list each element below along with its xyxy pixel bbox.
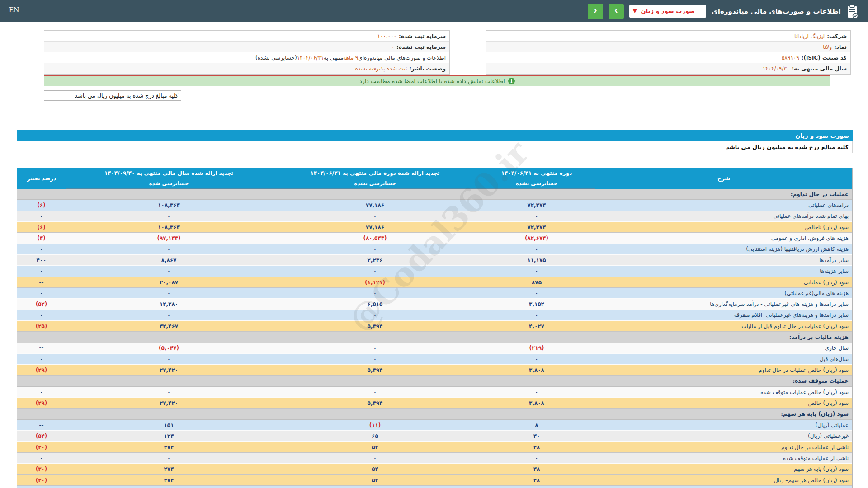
value-cell: ۷۷,۱۸۶: [272, 222, 478, 233]
section-divider: [0, 118, 868, 118]
value-cell: ۳,۸۰۸: [478, 365, 595, 375]
value-cell: ۰: [66, 244, 272, 255]
company-info-row: وضعیت ناشر:ثبت شده پذیرفته نشده: [44, 63, 449, 74]
value-cell: ۱۲,۳۸۰: [66, 299, 272, 310]
row-label: سود (زیان) خالص عملیات متوقف شده: [595, 387, 852, 398]
value-cell: ۳۰: [478, 431, 595, 441]
value-cell: ۰: [478, 310, 595, 321]
percent-change-cell: (۳۰): [17, 475, 66, 486]
value-cell: ۳۲,۴۶۷: [66, 321, 272, 332]
value-cell: (۲۱۹): [478, 343, 595, 354]
row-label: سود (زیان) عملیاتی: [595, 277, 852, 288]
column-header-restated-year: تجدید ارائه شده سال مالی منتهی به ۱۴۰۳/۰…: [66, 168, 272, 178]
value-cell: ۳۸: [478, 475, 595, 486]
value-cell: ۲,۲۳۶: [272, 255, 478, 266]
value-cell: ۰: [272, 343, 478, 354]
row-label: سال‌های قبل: [595, 354, 852, 365]
report-type-selected-value: صورت سود و زیان: [641, 8, 695, 14]
value-cell: ۱۲۳: [66, 431, 272, 441]
percent-change-cell: ۴۰۰: [17, 255, 66, 266]
value-cell: ۰: [478, 244, 595, 255]
row-label: سایر درآمدها و هزینه های غیرعملیاتی - در…: [595, 299, 852, 310]
row-label: ناشی از عملیات متوقف شده: [595, 453, 852, 464]
row-label: سود (زیان) خالص عملیات در حال تداوم: [595, 365, 852, 375]
table-row: درآمدهاي عملياتي۷۲,۳۷۴۷۷,۱۸۶۱۰۸,۳۶۳(۶): [17, 200, 852, 211]
row-label: سال جاری: [595, 343, 852, 354]
row-label: هزینه های مالی(غیرعملیاتی): [595, 288, 852, 299]
row-label: سود (زیان) خالص هر سهم– ریال: [595, 475, 852, 486]
value-cell: ۷۲,۳۷۴: [478, 200, 595, 211]
value-cell: ۵,۳۹۴: [272, 321, 478, 332]
row-label: هزینه مالیات بر درآمد:: [595, 332, 852, 343]
row-label: سایر درآمدها و هزینه‌های غیرعملیاتی- اقل…: [595, 310, 852, 321]
table-section-row: عملیات متوقف شده:: [17, 376, 852, 387]
percent-change-cell: ۰: [17, 266, 66, 277]
table-row: هزینه های فروش، اداری و عمومی(۸۲,۶۷۴)(۸۰…: [17, 233, 852, 244]
info-label: نماد:: [834, 44, 847, 50]
previous-report-button[interactable]: ‹: [588, 4, 603, 19]
company-info-row: سال مالی منتهی به:۱۴۰۴/۰۹/۳۰: [486, 63, 850, 74]
value-cell: ۳,۸۰۸: [478, 398, 595, 408]
percent-change-cell: (۵۲): [17, 299, 66, 310]
value-cell: ۰: [272, 211, 478, 222]
info-label: سرمایه ثبت شده:: [399, 33, 446, 39]
value-cell: ۰: [272, 288, 478, 299]
clipboard-report-icon: [846, 4, 858, 19]
value-cell: [478, 409, 595, 420]
chevron-down-icon: ▼: [633, 8, 637, 14]
value-cell: ۰: [272, 453, 478, 464]
table-row: سود (زیان) خالص عملیات متوقف شده۰۰۰۰: [17, 387, 852, 398]
company-info-row: سرمایه ثبت نشده:۰: [44, 42, 449, 52]
column-header-percent-change: درصد تغییر: [17, 168, 66, 189]
value-cell: [478, 332, 595, 343]
row-label: هزینه های فروش، اداری و عمومی: [595, 233, 852, 244]
value-cell: ۰: [66, 266, 272, 277]
report-type-select[interactable]: صورت سود و زیان ▼: [629, 5, 706, 18]
language-toggle-en[interactable]: EN: [9, 6, 19, 14]
value-cell: ۲۷,۴۲۰: [66, 365, 272, 375]
next-report-button[interactable]: ›: [609, 4, 624, 19]
column-header-description: شرح: [595, 168, 852, 189]
table-row: سال جاری(۲۱۹)۰(۵,۰۴۷)--: [17, 343, 852, 354]
value-cell: [272, 189, 478, 200]
table-row: سود (زیان) عملیات در حال تداوم قبل از ما…: [17, 321, 852, 332]
value-cell: ۰: [272, 354, 478, 365]
value-cell: [272, 376, 478, 387]
percent-change-cell: [17, 409, 66, 420]
value-cell: ۱۱,۱۷۵: [478, 255, 595, 266]
company-info-row: کد صنعت (ISIC):۵۸۹۱۰۹: [486, 52, 850, 63]
company-info-row: اطلاعات و صورت‌های مالی میاندوره‌ای ۹ ما…: [44, 52, 449, 63]
percent-change-cell: --: [17, 420, 66, 431]
top-bar: EN اطلاعات و صورت‌های مالی میاندوره‌ای ص…: [0, 0, 868, 22]
value-cell: [66, 189, 272, 200]
statement-title-bar: صورت سود و زیان: [17, 130, 853, 141]
value-cell: ۰: [272, 244, 478, 255]
statement-amounts-note-row: کلیه مبالغ درج شده به میلیون ریال می باش…: [17, 141, 853, 153]
page: EN اطلاعات و صورت‌های مالی میاندوره‌ای ص…: [0, 0, 868, 488]
company-info-left-table: سرمایه ثبت شده:۱۰۰,۰۰۰سرمایه ثبت نشده:۰ا…: [44, 30, 450, 75]
value-cell: [66, 486, 272, 488]
value-cell: ۶,۵۱۵: [272, 299, 478, 310]
table-row: سود (زیان) عملیاتی۸۷۵(۱,۱۲۱)۲۰,۰۸۷--: [17, 277, 852, 288]
info-icon: i: [508, 78, 515, 84]
value-cell: ۸,۸۶۷: [66, 255, 272, 266]
signed-data-banner: i اطلاعات نمایش داده شده با اطلاعات امضا…: [44, 75, 830, 86]
row-label: سود (زیان) عملیات در حال تداوم قبل از ما…: [595, 321, 852, 332]
value-cell: ۵,۳۹۴: [272, 365, 478, 375]
row-label: غیرعملیاتی (ریال): [595, 431, 852, 441]
value-cell: ۵۴: [272, 464, 478, 474]
value-cell: ۸۷۵: [478, 277, 595, 288]
percent-change-cell: (۳): [17, 233, 66, 244]
row-label: [595, 486, 852, 488]
value-cell: ۷۲,۳۷۴: [478, 222, 595, 233]
value-cell: ۱۰۸,۳۶۳: [66, 200, 272, 211]
info-value: ولانا: [823, 44, 832, 50]
percent-change-cell: ۰: [17, 244, 66, 255]
value-cell: [478, 189, 595, 200]
value-cell: ۶۵: [272, 431, 478, 441]
table-row: سود (زیان) خالص عملیات در حال تداوم۳,۸۰۸…: [17, 365, 852, 375]
value-cell: ۰: [478, 211, 595, 222]
table-section-row: عملیات در حال تداوم:: [17, 189, 852, 200]
value-cell: ۵,۳۹۴: [272, 398, 478, 408]
info-label: سال مالی منتهی به:: [792, 66, 847, 72]
